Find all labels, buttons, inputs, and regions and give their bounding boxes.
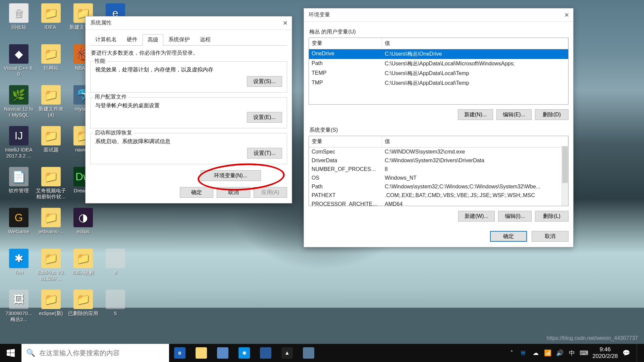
icon-label: eclipse(新) [39,310,63,316]
system-delete-button[interactable]: 删除(L) [535,211,569,222]
tray-ime-icon[interactable]: 中 [568,349,576,357]
column-header-variable[interactable]: 变量 [309,136,382,147]
tab-advanced[interactable]: 高级 [143,34,163,46]
desktop-icon[interactable]: 📁IDEA破解 [68,249,99,288]
desktop-icon[interactable]: 🌿Navicat 12 for MySQL [3,85,34,125]
cancel-button[interactable]: 取消 [217,187,250,198]
table-row[interactable]: OneDriveC:\Users\梅丛\OneDrive [309,49,568,59]
environment-variables-button[interactable]: 环境变量(N)... [201,170,261,181]
system-edit-button[interactable]: 编辑(I)... [498,211,532,222]
cell-value: C:\Users\梅丛\AppData\Local\Temp [382,78,568,88]
watermark-text: https://blog.csdn.net/weixin_44307737 [547,335,638,341]
cell-value: C:\Users\梅丛\OneDrive [382,49,568,59]
cancel-button[interactable]: 取消 [532,231,569,242]
desktop-icon[interactable]: GWeGame [3,208,34,247]
desktop-icon[interactable]: 📁已删除的应用 [68,290,99,329]
search-icon: 🔍 [26,349,35,357]
desktop-icon[interactable]: 📁EditPlus V3.01.559 ... [36,249,66,288]
app-icon: 📁 [41,85,61,105]
table-row[interactable]: PATHEXT.COM;.EXE;.BAT;.CMD;.VBS;.VBE;.JS… [309,191,561,200]
desktop-icon[interactable]: 4 [100,249,131,288]
dialog-titlebar[interactable]: 系统属性 [86,16,292,30]
app-icon: ✱ [9,249,29,268]
system-new-button[interactable]: 新建(W)... [458,211,495,222]
desktop-icon[interactable]: 📁面试题 [36,126,66,166]
desktop-icon[interactable]: 📁新建文件夹 (4) [36,85,66,125]
cell-variable: TEMP [309,69,382,78]
taskbar-app-photos[interactable]: ▲ [276,344,298,362]
ok-button[interactable]: 确定 [490,231,527,242]
table-row[interactable]: OSWindows_NT [309,174,561,182]
tray-notifications-icon[interactable]: 💬 [623,349,630,357]
desktop-icon[interactable]: 5 [100,290,131,329]
tab-remote[interactable]: 远程 [195,34,216,45]
table-row[interactable]: PROCESSOR_ARCHITECTUREAMD64 [309,200,561,206]
close-icon[interactable] [563,12,570,18]
user-new-button[interactable]: 新建(N)... [458,109,493,120]
desktop-icon[interactable]: 📁eclipse(新) [36,290,66,329]
search-input[interactable] [39,344,164,362]
show-desktop-button[interactable] [637,344,640,362]
column-header-variable[interactable]: 变量 [309,38,382,49]
cell-variable: DriverData [309,156,382,165]
table-row[interactable]: TMPC:\Users\梅丛\AppData\Local\Temp [309,78,568,88]
user-vars-table[interactable]: 变量 值 OneDriveC:\Users\梅丛\OneDrivePathC:\… [309,38,569,105]
desktop-icon[interactable]: ✱TIM [3,249,34,288]
ok-button[interactable]: 确定 [180,187,213,198]
tab-hardware[interactable]: 硬件 [122,34,143,45]
taskbar-app-control-panel[interactable] [298,344,319,362]
scrollbar-thumb[interactable] [562,146,568,183]
desktop-icon[interactable]: 🗑回收站 [3,3,34,43]
instruction-text: 要进行大多数更改，你必须作为管理员登录。 [91,50,286,57]
user-profiles-settings-button[interactable]: 设置(E)... [247,112,282,123]
search-box[interactable]: 🔍 [21,344,169,362]
start-button[interactable] [0,344,21,362]
taskbar-app-edge[interactable]: e [169,344,191,362]
user-profiles-desc: 与登录帐户相关的桌面设置 [95,102,282,109]
desktop-icon[interactable]: IJIntelliJ IDEA 2017.3.2 ... [3,126,34,166]
tray-expand-icon[interactable]: ˄ [508,349,515,357]
user-edit-button[interactable]: 编辑(E)... [496,109,532,120]
table-row[interactable]: NUMBER_OF_PROCESSORS8 [309,165,561,174]
tray-keyboard-icon[interactable]: ⌨ [580,349,588,357]
taskbar-app-explorer[interactable] [191,344,212,362]
cell-variable: OneDrive [309,49,382,59]
tray-volume-icon[interactable]: 🔊 [556,349,564,357]
desktop-icon[interactable]: 📁艾奇视频电子相册制作软... [36,167,66,206]
desktop-icon[interactable]: 📁jetbrains-... [36,208,66,247]
tray-onedrive-icon[interactable]: ☁ [532,349,539,357]
taskbar-apps: e ✱ ▲ [169,344,319,362]
app-icon: 🌿 [9,85,29,105]
cell-variable: ComSpec [309,147,382,156]
table-row[interactable]: ComSpecC:\WINDOWS\system32\cmd.exe [309,147,561,156]
startup-settings-button[interactable]: 设置(T)... [247,148,282,159]
table-row[interactable]: PathC:\Windows\system32;C:\Windows;C:\Wi… [309,182,561,191]
desktop-icon[interactable]: 📁IDEA. [36,3,66,43]
table-row[interactable]: TEMPC:\Users\梅丛\AppData\Local\Temp [309,69,568,78]
system-vars-table[interactable]: 变量 值 ComSpecC:\WINDOWS\system32\cmd.exeD… [309,136,569,206]
table-row[interactable]: DriverDataC:\Windows\System32\Drivers\Dr… [309,156,561,165]
table-row[interactable]: PathC:\Users\梅丛\AppData\Local\Microsoft\… [309,59,568,69]
user-profiles-group: 用户配置文件 与登录帐户相关的桌面设置 设置(E)... [90,97,287,128]
taskbar-app-notepad[interactable] [212,344,233,362]
scrollbar[interactable] [561,146,568,206]
desktop-icon[interactable]: ◆Visual C++ 6.0 [3,44,34,84]
tab-system-protection[interactable]: 系统保护 [163,34,195,45]
column-header-value[interactable]: 值 [382,38,568,49]
dialog-titlebar[interactable]: 环境变量 [304,8,573,22]
desktop-icon[interactable]: ◑eclips [68,208,99,247]
column-header-value[interactable]: 值 [382,136,568,147]
tab-computer-name[interactable]: 计算机名 [90,34,122,45]
close-icon[interactable] [282,20,288,26]
tray-clock[interactable]: 9:46 2020/2/28 [592,346,618,360]
tray-network-icon[interactable]: 📶 [544,349,551,357]
user-delete-button[interactable]: 删除(D) [535,109,569,120]
desktop-icon[interactable]: 📄软件管理 [3,167,34,206]
apply-button[interactable]: 应用(A) [254,187,287,198]
performance-settings-button[interactable]: 设置(S)... [247,76,282,87]
taskbar-app-word[interactable] [255,344,276,362]
desktop-icon[interactable]: 🖼73009070... 梅丛2... [3,290,34,329]
taskbar-app-tim[interactable]: ✱ [233,344,255,362]
desktop-icon[interactable]: 📁扒网站 [36,44,66,84]
tray-security-icon[interactable]: ⛨ [520,349,527,357]
